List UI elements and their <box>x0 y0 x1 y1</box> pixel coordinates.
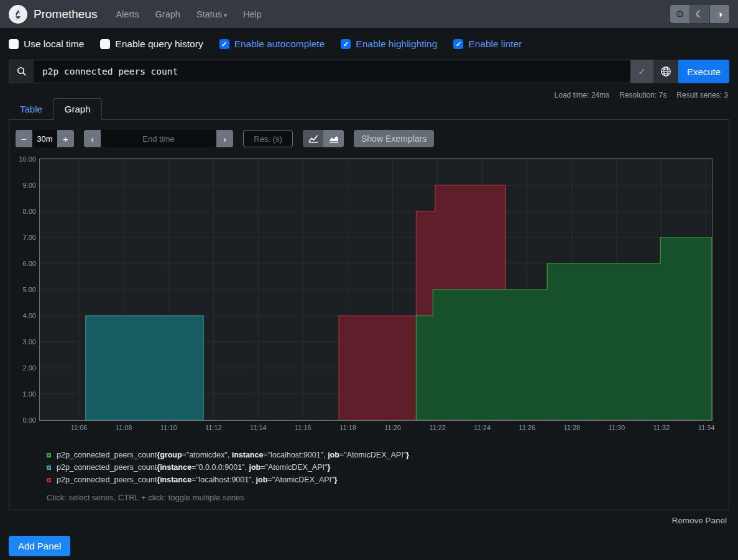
query-input[interactable] <box>34 60 630 83</box>
dark-theme-button[interactable]: ☾ <box>690 5 709 23</box>
result-series: Result series: 3 <box>676 91 728 99</box>
line-chart-icon <box>308 134 318 143</box>
end-time-picker: ‹ › <box>84 130 233 147</box>
stacked-chart-button[interactable] <box>323 130 344 147</box>
x-axis-label: 11:16 <box>295 424 311 431</box>
resolution-input[interactable] <box>243 130 293 147</box>
gear-icon: ⚙ <box>675 8 684 20</box>
chart-plot-area[interactable]: 0.001.002.003.004.005.006.007.008.009.00… <box>39 158 713 421</box>
tab-table[interactable]: Table <box>9 98 53 120</box>
series-area <box>86 316 203 420</box>
checkbox[interactable]: ✓ <box>341 39 351 49</box>
time-forward-button[interactable]: › <box>216 130 233 147</box>
y-axis-label: 4.00 <box>23 312 36 319</box>
nav-item-alerts[interactable]: Alerts <box>116 9 139 19</box>
chart-type-toggle <box>303 130 344 147</box>
time-back-button[interactable]: ‹ <box>84 130 101 147</box>
theme-switcher: ⚙ ☾ ◑ <box>670 5 729 23</box>
option-enable-highlighting[interactable]: ✓Enable highlighting <box>341 39 437 50</box>
resolution: Resolution: 7s <box>619 91 667 99</box>
line-chart-button[interactable] <box>303 130 323 147</box>
legend-hint: Click: select series, CTRL + click: togg… <box>47 493 724 502</box>
tab-graph[interactable]: Graph <box>53 98 102 120</box>
x-axis-label: 11:12 <box>205 424 222 431</box>
add-panel-button[interactable]: Add Panel <box>9 536 70 556</box>
search-addon <box>9 60 34 83</box>
option-label: Use local time <box>24 39 84 50</box>
tab-bar: Table Graph <box>9 98 729 120</box>
option-enable-linter[interactable]: ✓Enable linter <box>453 39 522 50</box>
x-axis-label: 11:24 <box>474 424 491 431</box>
settings-button[interactable]: ⚙ <box>670 5 690 23</box>
nav-item-status[interactable]: Status▾ <box>196 9 227 19</box>
option-label: Enable highlighting <box>356 39 437 50</box>
y-axis-label: 5.00 <box>23 286 36 293</box>
show-exemplars-button[interactable]: Show Exemplars <box>354 130 434 147</box>
metrics-explorer-button[interactable] <box>653 60 678 83</box>
y-axis-label: 2.00 <box>23 364 36 372</box>
x-axis-label: 11:30 <box>608 424 625 431</box>
y-axis-label: 7.00 <box>23 234 36 241</box>
range-decrease-button[interactable]: − <box>16 130 32 147</box>
x-axis-label: 11:20 <box>384 424 401 431</box>
app-title: Prometheus <box>34 7 97 21</box>
query-valid-indicator: ✓ <box>630 60 653 83</box>
legend-item[interactable]: p2p_connected_peers_count{group="atomicd… <box>47 451 724 459</box>
x-axis-label: 11:32 <box>653 424 670 431</box>
legend-item[interactable]: p2p_connected_peers_count{instance="0.0.… <box>47 463 724 472</box>
check-icon: ✓ <box>456 41 461 48</box>
x-axis-label: 11:34 <box>698 424 715 431</box>
y-axis-label: 9.00 <box>23 181 36 189</box>
checkbox[interactable] <box>100 39 110 49</box>
checkbox[interactable]: ✓ <box>219 39 229 49</box>
range-input[interactable] <box>32 130 57 147</box>
y-axis-label: 6.00 <box>23 260 36 267</box>
option-toggles: Use local timeEnable query history✓Enabl… <box>0 28 738 60</box>
y-axis-label: 10.00 <box>19 155 36 163</box>
legend-swatch <box>47 453 51 457</box>
tab-zone: Load time: 24ms Resolution: 7s Result se… <box>9 90 729 120</box>
end-time-input[interactable] <box>101 130 216 147</box>
query-stats: Load time: 24ms Resolution: 7s Result se… <box>555 91 728 99</box>
x-axis-label: 11:06 <box>71 424 88 431</box>
flame-icon <box>12 9 24 20</box>
execute-button[interactable]: Execute <box>678 60 729 83</box>
auto-theme-button[interactable]: ◑ <box>710 5 729 23</box>
prometheus-logo <box>9 5 27 24</box>
x-axis-label: 11:26 <box>519 424 535 431</box>
load-time: Load time: 24ms <box>555 91 610 99</box>
graph-controls: − + ‹ › Show Exemplars <box>16 130 722 147</box>
legend-label: p2p_connected_peers_count{instance="loca… <box>57 475 337 484</box>
legend-swatch <box>47 466 51 470</box>
graph-panel: − + ‹ › Show Exemplars <box>9 120 729 510</box>
y-axis-label: 1.00 <box>23 390 36 398</box>
moon-icon: ☾ <box>696 9 704 20</box>
area-chart-icon <box>329 134 339 143</box>
checkbox[interactable] <box>9 39 19 49</box>
option-label: Enable query history <box>115 39 203 50</box>
search-icon <box>17 67 27 76</box>
query-bar: ✓ Execute <box>9 60 729 83</box>
x-axis-label: 11:08 <box>116 424 132 431</box>
remove-panel-link[interactable]: Remove Panel <box>671 516 727 525</box>
option-label: Enable linter <box>468 39 522 50</box>
nav-item-help[interactable]: Help <box>243 9 262 19</box>
x-axis-label: 11:10 <box>160 424 177 431</box>
legend-label: p2p_connected_peers_count{group="atomicd… <box>57 451 409 459</box>
check-icon: ✓ <box>343 41 349 48</box>
range-increase-button[interactable]: + <box>57 130 74 147</box>
y-axis-label: 8.00 <box>23 208 36 215</box>
globe-icon <box>660 66 671 77</box>
checkbox[interactable]: ✓ <box>453 39 463 49</box>
option-label: Enable autocomplete <box>234 39 325 50</box>
option-use-local-time[interactable]: Use local time <box>9 39 84 50</box>
nav-item-graph[interactable]: Graph <box>155 9 180 19</box>
option-enable-autocomplete[interactable]: ✓Enable autocomplete <box>219 39 325 50</box>
option-enable-query-history[interactable]: Enable query history <box>100 39 203 50</box>
legend-item[interactable]: p2p_connected_peers_count{instance="loca… <box>47 475 724 484</box>
chart-legend: p2p_connected_peers_count{group="atomicd… <box>47 451 724 484</box>
x-axis-label: 11:14 <box>250 424 267 431</box>
chart: 0.001.002.003.004.005.006.007.008.009.00… <box>17 156 721 437</box>
nav-links: AlertsGraphStatus▾Help <box>116 9 261 19</box>
half-circle-icon: ◑ <box>717 9 722 19</box>
